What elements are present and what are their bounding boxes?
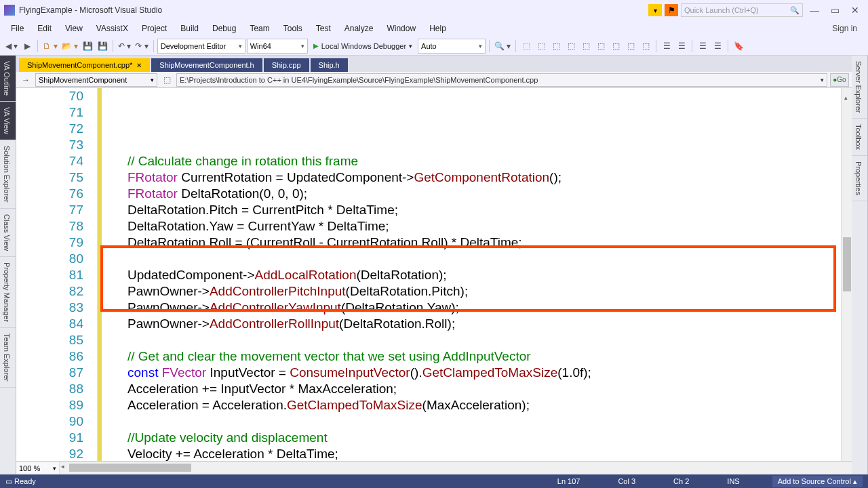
horizontal-scrollbar[interactable]: ◂ (60, 462, 852, 474)
maximize-button[interactable]: ▭ (826, 3, 844, 17)
new-project-icon[interactable]: 🗋 ▾ (41, 39, 58, 54)
file-path-box[interactable]: E:\Projects\Introduction to C++ in UE4\F… (176, 73, 827, 87)
editor-area: ShipMovementComponent.cpp*✕ShipMovementC… (16, 56, 852, 474)
menu-window[interactable]: Window (380, 22, 422, 35)
code-line[interactable]: UpdatedComponent->AddLocalRotation(Delta… (102, 267, 841, 283)
sign-in-link[interactable]: Sign in (832, 24, 864, 33)
uncomment-icon[interactable]: ☰ (711, 39, 724, 54)
line-number: 86 (16, 348, 92, 365)
side-tab-properties[interactable]: Properties (852, 156, 867, 201)
code-line[interactable]: Acceleration += InputVector * MaxAcceler… (102, 381, 841, 397)
outdent-icon[interactable]: ☰ (675, 39, 688, 54)
code-line[interactable]: //Update velocity and displacement (102, 430, 841, 446)
bookmark-icon[interactable]: 🔖 (732, 39, 745, 54)
vassist-icon-4[interactable]: ⬚ (564, 39, 578, 54)
code-text[interactable]: // Calculate change in rotation this fra… (102, 88, 841, 461)
vassist-icon-9[interactable]: ⬚ (639, 39, 652, 54)
undo-icon[interactable]: ↶ ▾ (117, 39, 132, 54)
quick-launch-input[interactable]: Quick Launch (Ctrl+Q)🔍 (681, 3, 803, 17)
side-tab-team-explorer[interactable]: Team Explorer (0, 328, 16, 388)
vassist-icon-2[interactable]: ⬚ (534, 39, 548, 54)
side-tab-property-manager[interactable]: Property Manager (0, 257, 16, 328)
line-number: 73 (16, 137, 92, 153)
code-line[interactable]: DeltaRotation.Yaw = CurrentYaw * DeltaTi… (102, 218, 841, 235)
zoom-combo[interactable]: 100 %▾ (16, 462, 60, 474)
indent-icon[interactable]: ☰ (660, 39, 673, 54)
code-line[interactable]: const FVector InputVector = ConsumeInput… (102, 365, 841, 381)
window-title: FlyingExample - Microsoft Visual Studio (19, 5, 162, 15)
doc-tab[interactable]: Ship.h (311, 58, 348, 72)
doc-tab[interactable]: ShipMovementComponent.cpp*✕ (19, 58, 150, 72)
code-line[interactable]: PawnOwner->AddControllerYawInput(DeltaRo… (102, 300, 841, 316)
scroll-thumb[interactable] (843, 237, 851, 291)
code-line[interactable] (102, 251, 841, 267)
vassist-icon-5[interactable]: ⬚ (579, 39, 593, 54)
menu-vassistx[interactable]: VAssistX (90, 22, 135, 35)
menu-team[interactable]: Team (243, 22, 276, 35)
scope-combo[interactable]: ShipMovementComponent▾ (35, 73, 157, 87)
menu-edit[interactable]: Edit (31, 22, 58, 35)
platform-combo[interactable]: Win64 (247, 39, 308, 54)
start-debug-button[interactable]: ▶Local Windows Debugger▾ (309, 39, 416, 54)
code-line[interactable]: Velocity += Acceleration * DeltaTime; (102, 446, 841, 461)
code-line[interactable]: // Calculate change in rotation this fra… (102, 153, 841, 169)
menu-help[interactable]: Help (422, 22, 453, 35)
menu-project[interactable]: Project (135, 22, 174, 35)
line-number: 70 (16, 88, 92, 104)
side-tab-class-view[interactable]: Class View (0, 209, 16, 257)
vassist-icon-7[interactable]: ⬚ (609, 39, 623, 54)
feedback-icon[interactable]: ⚑ (665, 4, 678, 16)
member-icon[interactable]: ⬚ (160, 73, 174, 87)
notification-icon[interactable]: ▾ (648, 4, 662, 16)
menu-test[interactable]: Test (309, 22, 338, 35)
vassist-icon[interactable]: ⬚ (519, 39, 533, 54)
redo-icon[interactable]: ↷ ▾ (134, 39, 149, 54)
code-line[interactable]: FRotator DeltaRotation(0, 0, 0); (102, 186, 841, 202)
code-line[interactable]: PawnOwner->AddControllerPitchInput(Delta… (102, 283, 841, 300)
menu-view[interactable]: View (58, 22, 90, 35)
vassist-icon-6[interactable]: ⬚ (594, 39, 608, 54)
code-line[interactable]: Acceleration = Acceleration.GetClampedTo… (102, 397, 841, 413)
side-tab-server-explorer[interactable]: Server Explorer (852, 56, 867, 119)
status-col: Col 3 (612, 477, 641, 485)
code-line[interactable] (102, 332, 841, 348)
menu-debug[interactable]: Debug (205, 22, 243, 35)
find-icon[interactable]: 🔍 ▾ (493, 39, 512, 54)
code-line[interactable]: DeltaRotation.Roll = (CurrentRoll - Curr… (102, 235, 841, 251)
save-all-icon[interactable]: 💾 (96, 39, 109, 54)
comment-icon[interactable]: ☰ (696, 39, 709, 54)
menu-tools[interactable]: Tools (277, 22, 309, 35)
close-button[interactable]: ✕ (846, 3, 864, 17)
side-tab-va-view[interactable]: VA View (0, 102, 16, 140)
side-tab-va-outline[interactable]: VA Outline (0, 56, 16, 102)
close-tab-icon[interactable]: ✕ (136, 62, 142, 69)
source-control-button[interactable]: Add to Source Control ▴ (772, 476, 863, 487)
nav-back-icon[interactable]: ◀ ▾ (4, 39, 19, 54)
vassist-icon-3[interactable]: ⬚ (549, 39, 563, 54)
doc-tab[interactable]: Ship.cpp (264, 58, 309, 72)
doc-tab[interactable]: ShipMovementComponent.h (151, 58, 262, 72)
nav-scope-icon[interactable]: → (19, 73, 33, 87)
open-icon[interactable]: 📂 ▾ (60, 39, 79, 54)
vs-icon (4, 5, 15, 16)
code-line[interactable]: FRotator CurrentRotation = UpdatedCompon… (102, 169, 841, 186)
code-line[interactable]: PawnOwner->AddControllerRollInput(DeltaR… (102, 316, 841, 332)
nav-fwd-icon[interactable]: ▶ (20, 39, 34, 54)
code-line[interactable]: // Get and clear the movement vector tha… (102, 348, 841, 365)
side-tab-toolbox[interactable]: Toolbox (852, 119, 867, 156)
side-tab-solution-explorer[interactable]: Solution Explorer (0, 140, 16, 209)
code-line[interactable]: DeltaRotation.Pitch = CurrentPitch * Del… (102, 202, 841, 218)
menu-build[interactable]: Build (174, 22, 205, 35)
code-line[interactable] (102, 137, 841, 153)
auto-combo[interactable]: Auto (418, 39, 486, 54)
vassist-icon-8[interactable]: ⬚ (624, 39, 637, 54)
solution-config-combo[interactable]: Development Editor (157, 39, 245, 54)
menu-analyze[interactable]: Analyze (338, 22, 380, 35)
save-icon[interactable]: 💾 (81, 39, 94, 54)
menu-file[interactable]: File (4, 22, 31, 35)
go-button[interactable]: ● Go (830, 73, 849, 87)
code-editor[interactable]: 7071727374757677787980818283848586878889… (16, 88, 852, 461)
code-line[interactable] (102, 413, 841, 430)
vertical-scrollbar[interactable]: ▴ (841, 88, 852, 461)
minimize-button[interactable]: — (806, 3, 823, 17)
